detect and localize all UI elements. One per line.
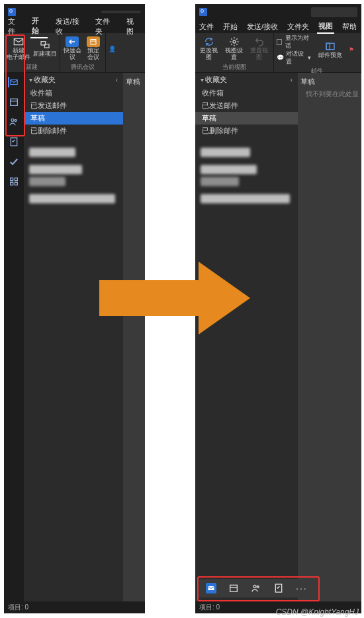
account-row[interactable] bbox=[201, 194, 290, 203]
calendar-icon[interactable] bbox=[228, 583, 239, 593]
reset-view-button[interactable]: 重置视图 bbox=[248, 36, 271, 61]
tasks-icon[interactable] bbox=[9, 136, 19, 147]
cut-ribbon-fragment: 👤 bbox=[109, 46, 116, 54]
account-row[interactable] bbox=[29, 194, 115, 203]
conversation-settings-button[interactable]: 💬对话设置▾ bbox=[277, 50, 311, 66]
new-email-label: 新建 电子邮件 bbox=[7, 48, 30, 61]
schedule-meeting-button[interactable]: 预定 会议 bbox=[84, 36, 103, 61]
ribbon-group-current-view: 更改视图 视图设置 重置视图 当前视图 bbox=[195, 33, 274, 72]
check-icon[interactable] bbox=[9, 156, 19, 167]
outlook-icon bbox=[199, 8, 207, 16]
search-input[interactable] bbox=[311, 7, 357, 17]
collapse-icon[interactable]: ‹ bbox=[114, 76, 119, 83]
account-row[interactable] bbox=[201, 148, 250, 157]
accounts-list bbox=[195, 141, 298, 210]
new-item-button[interactable]: 新建项目 bbox=[33, 40, 57, 58]
message-list: 草稿 bbox=[123, 73, 145, 613]
tab-sendrecv[interactable]: 发送/接收 bbox=[246, 21, 279, 33]
person-icon: 👤 bbox=[109, 46, 116, 54]
reading-pane: 草稿 找不到要在此处显 bbox=[298, 73, 361, 613]
mail-preview-button[interactable]: 邮件预览 bbox=[318, 41, 342, 59]
group-tencent-label: 腾讯会议 bbox=[71, 62, 95, 72]
preview-icon bbox=[324, 41, 337, 52]
svg-point-13 bbox=[233, 40, 236, 43]
mail-icon[interactable] bbox=[8, 77, 19, 87]
conv-settings-label: 对话设置 bbox=[286, 50, 306, 66]
svg-point-19 bbox=[257, 586, 259, 588]
tab-view[interactable]: 视图 bbox=[317, 20, 334, 34]
mail-icon[interactable] bbox=[206, 583, 216, 593]
more-icon[interactable]: ··· bbox=[296, 583, 308, 593]
search-box[interactable] bbox=[101, 11, 141, 13]
svg-point-6 bbox=[11, 119, 14, 121]
account-row[interactable] bbox=[29, 165, 82, 174]
favorites-header[interactable]: ▾收藏夹 ‹ bbox=[24, 73, 123, 87]
account-row[interactable] bbox=[201, 165, 257, 174]
collapse-icon[interactable]: ‹ bbox=[289, 76, 294, 83]
folder-sent[interactable]: 已发送邮件 bbox=[195, 99, 298, 112]
tasks-icon[interactable] bbox=[273, 583, 284, 593]
calendar-icon[interactable] bbox=[9, 97, 19, 107]
account-sub[interactable] bbox=[29, 177, 66, 186]
ribbon-tabs: 文件 开始 发送/接收 文件夹 视图 帮助 bbox=[195, 20, 361, 33]
account-row[interactable] bbox=[29, 148, 75, 157]
tab-folder[interactable]: 文件夹 bbox=[286, 21, 310, 33]
favorites-header[interactable]: ▾收藏夹 ‹ bbox=[195, 73, 298, 87]
folder-drafts[interactable]: 草稿 bbox=[195, 112, 298, 125]
content-heading: 草稿 bbox=[300, 77, 359, 87]
folder-deleted[interactable]: 已删除邮件 bbox=[195, 125, 298, 137]
change-view-button[interactable]: 更改视图 bbox=[198, 36, 220, 61]
svg-rect-10 bbox=[15, 178, 17, 181]
undo-icon bbox=[253, 36, 266, 47]
folder-pane: ▾收藏夹 ‹ 收件箱 已发送邮件 草稿 已删除邮件 bbox=[24, 73, 123, 613]
tab-help[interactable]: 帮助 bbox=[341, 21, 358, 33]
people-icon[interactable] bbox=[251, 583, 261, 593]
folder-drafts[interactable]: 草稿 bbox=[24, 112, 123, 125]
new-email-button[interactable]: 新建 电子邮件 bbox=[7, 36, 30, 61]
tab-view[interactable]: 视图 bbox=[125, 15, 142, 38]
mail-icon bbox=[12, 36, 25, 47]
item-count: 项目: 0 bbox=[199, 603, 220, 612]
group-new-label: 新建 bbox=[26, 62, 38, 72]
svg-rect-17 bbox=[230, 585, 238, 592]
people-icon[interactable] bbox=[9, 117, 19, 127]
folder-pane: ▾收藏夹 ‹ 收件箱 已发送邮件 草稿 已删除邮件 bbox=[195, 73, 298, 613]
change-view-icon bbox=[203, 36, 216, 47]
ribbon-group-cut: 👤 bbox=[106, 33, 118, 72]
svg-rect-12 bbox=[15, 182, 17, 185]
show-as-conv-label: 显示为对话 bbox=[285, 34, 311, 50]
svg-rect-20 bbox=[275, 584, 281, 592]
flag-icon: ⚑ bbox=[345, 45, 358, 56]
empty-state-message: 找不到要在此处显 bbox=[300, 89, 359, 99]
titlebar bbox=[195, 4, 361, 20]
folder-deleted[interactable]: 已删除邮件 bbox=[24, 125, 123, 137]
folder-inbox[interactable]: 收件箱 bbox=[24, 87, 123, 99]
tab-home[interactable]: 开始 bbox=[222, 21, 239, 33]
svg-rect-15 bbox=[326, 44, 330, 50]
ribbon: 更改视图 视图设置 重置视图 当前视图 bbox=[195, 33, 361, 73]
checkbox-icon bbox=[277, 39, 282, 45]
chevron-down-icon: ▾ bbox=[199, 76, 205, 83]
favorites-list: 收件箱 已发送邮件 草稿 已删除邮件 bbox=[24, 87, 123, 141]
svg-rect-9 bbox=[11, 178, 13, 181]
account-sub[interactable] bbox=[201, 177, 239, 186]
conversation-icon: 💬 bbox=[277, 54, 284, 62]
item-count: 项目: 0 bbox=[8, 603, 28, 612]
vertical-nav-rail bbox=[4, 73, 24, 613]
svg-rect-3 bbox=[91, 39, 96, 44]
folder-sent[interactable]: 已发送邮件 bbox=[24, 99, 123, 112]
quick-meeting-label: 快速会 议 bbox=[64, 48, 81, 61]
tab-file[interactable]: 文件 bbox=[198, 21, 215, 33]
accounts-list bbox=[24, 141, 123, 210]
svg-point-7 bbox=[15, 120, 17, 122]
view-settings-button[interactable]: 视图设置 bbox=[223, 36, 246, 61]
view-settings-label: 视图设置 bbox=[223, 48, 246, 61]
more-apps-icon[interactable] bbox=[9, 176, 19, 187]
ribbon-group-tencent: 快速会 议 预定 会议 腾讯会议 bbox=[60, 33, 106, 72]
mail-preview-label: 邮件预览 bbox=[318, 52, 342, 59]
show-as-conversation-check[interactable]: 显示为对话 bbox=[277, 34, 311, 50]
transition-arrow bbox=[99, 262, 251, 335]
quick-meeting-button[interactable]: 快速会 议 bbox=[63, 36, 81, 61]
chevron-down-icon: ▾ bbox=[28, 76, 34, 83]
folder-inbox[interactable]: 收件箱 bbox=[195, 87, 298, 99]
